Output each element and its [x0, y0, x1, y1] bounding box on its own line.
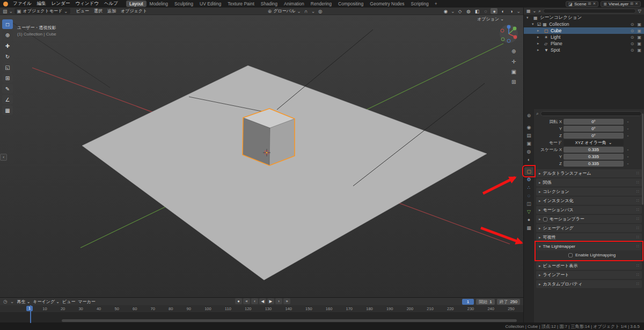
expand-chevron-icon[interactable]: ▸	[537, 28, 541, 33]
outliner-search-input[interactable]	[543, 9, 636, 13]
navigation-gizmo[interactable]	[499, 24, 519, 44]
search-icon[interactable]: ⌕	[538, 9, 540, 14]
workspace-tab[interactable]: UV Editing	[196, 1, 224, 7]
tab-object[interactable]: ▢	[524, 167, 533, 175]
tab-tool[interactable]: ⊛	[524, 111, 533, 119]
panel-checkbox[interactable]	[543, 217, 547, 221]
tab-texture[interactable]: ▦	[524, 224, 533, 232]
lightmapper-panel-header[interactable]: ▾ The Lightmapper ∷	[536, 242, 642, 250]
chevron-down-icon[interactable]: ⌄	[297, 9, 301, 14]
jump-to-end-button[interactable]: »	[283, 298, 290, 304]
drag-handle-icon[interactable]: ∷	[636, 263, 639, 268]
panel-header[interactable]: ▸ ビューポート表示 ∷	[536, 262, 642, 270]
drag-handle-icon[interactable]: ∷	[636, 217, 639, 221]
expand-chevron-icon[interactable]: ▾	[526, 16, 530, 20]
pan-icon[interactable]: ✛	[511, 59, 516, 64]
new-scene-button[interactable]: ⊞	[588, 2, 591, 6]
keying-menu[interactable]: キーイング ⌄	[33, 299, 60, 305]
tab-output[interactable]: ▤	[524, 131, 533, 139]
menu-item[interactable]: ヘルプ	[101, 1, 121, 7]
viewport-canvas[interactable]: ユーザー・透視投影 (1) Collection | Cube オプション ⌄ …	[0, 15, 523, 297]
drag-handle-icon[interactable]: ∷	[636, 226, 639, 231]
tab-world[interactable]: ◐	[524, 155, 533, 163]
lock-icon[interactable]: ▫	[625, 155, 631, 159]
workspace-tab[interactable]: Layout	[126, 1, 147, 7]
panel-header[interactable]: ▸ 関係 ∷	[536, 178, 642, 186]
frame-start-field[interactable]: 開始 1	[476, 299, 494, 305]
hide-in-viewport-eye-icon[interactable]: ⊙	[631, 22, 634, 27]
disable-in-render-icon[interactable]: ▣	[637, 28, 641, 33]
tab-material[interactable]: ●	[524, 216, 533, 224]
remove-viewlayer-button[interactable]: ✕	[635, 2, 638, 6]
drag-handle-icon[interactable]: ∷	[636, 189, 639, 194]
outliner-row-scene-collection[interactable]: ▾ ▦ シーンコレクション ⊙ ▣	[524, 15, 644, 21]
panel-header[interactable]: ▸ モーションブラー ∷	[536, 215, 642, 223]
shading-options-chevron-icon[interactable]: ⌄	[516, 9, 521, 14]
jump-to-start-button[interactable]: «	[243, 298, 250, 304]
blender-logo-icon[interactable]	[3, 2, 8, 6]
panel-header[interactable]: ▸ コレクション ∷	[536, 188, 642, 196]
scale-y-field[interactable]: 0.335	[564, 154, 624, 160]
tab-render[interactable]: ◉	[524, 123, 533, 131]
disable-in-render-icon[interactable]: ▣	[637, 35, 641, 40]
tool-move[interactable]: ✚	[2, 41, 13, 51]
timeline-scrollbar[interactable]	[62, 319, 517, 322]
workspace-tab[interactable]: Sculpting	[171, 1, 196, 7]
outliner-row-collection[interactable]: ▾ ☑ ▦ Collection ⊙ ▣	[524, 21, 644, 27]
lock-icon[interactable]: ▫	[625, 134, 631, 138]
drag-handle-icon[interactable]: ∷	[636, 207, 639, 212]
outliner-row-plane[interactable]: ▸ ▱ Plane ⊙ ▣	[524, 40, 644, 47]
panel-header[interactable]: ▸ カスタムプロパティ ∷	[536, 280, 642, 288]
disable-in-render-icon[interactable]: ▣	[637, 41, 641, 46]
lock-icon[interactable]: ▫	[625, 148, 631, 152]
next-keyframe-button[interactable]: ›	[275, 298, 282, 304]
filter-funnel-icon[interactable]: ▽	[638, 9, 641, 13]
expand-chevron-icon[interactable]: ▸	[537, 35, 541, 39]
play-button[interactable]: ▶	[267, 298, 274, 304]
shading-rendered-icon[interactable]: ◑	[508, 8, 515, 14]
tool-annotate[interactable]: ✎	[2, 84, 13, 94]
drag-handle-icon[interactable]: ∷	[636, 244, 639, 249]
panel-header[interactable]: ▸ 可視性 ∷	[536, 233, 642, 241]
viewport-menu-item[interactable]: ビュー	[74, 8, 91, 14]
panel-header[interactable]: ▸ ラインアート ∷	[536, 271, 642, 279]
collection-checkbox[interactable]: ☑	[537, 22, 541, 27]
mode-selector[interactable]: ▣ オブジェクトモード ⌄	[14, 8, 70, 14]
editor-type-icon[interactable]: ▦	[526, 9, 531, 13]
tool-rotate[interactable]: ↻	[2, 52, 13, 61]
workspace-tab[interactable]: Rendering	[308, 1, 335, 7]
panel-header[interactable]: ▸ シェーディング ∷	[536, 224, 642, 232]
drag-handle-icon[interactable]: ∷	[636, 282, 639, 286]
search-icon[interactable]: ⌕	[536, 111, 539, 117]
object-visibility-icon[interactable]: ◉	[442, 8, 449, 14]
tool-scale[interactable]: ◱	[2, 62, 13, 72]
hide-in-viewport-eye-icon[interactable]: ⊙	[631, 41, 634, 46]
frame-end-field[interactable]: 終了 250	[497, 299, 520, 305]
drag-handle-icon[interactable]: ∷	[636, 272, 639, 277]
menu-item[interactable]: 編集	[34, 1, 49, 7]
lock-icon[interactable]: ▫	[625, 127, 631, 131]
proportional-edit-icon[interactable]: ◎	[317, 8, 324, 14]
xray-toggle-icon[interactable]: ◧	[473, 8, 480, 14]
drag-handle-icon[interactable]: ∷	[636, 180, 639, 185]
rotation-z-field[interactable]: 0°	[564, 133, 624, 139]
lock-icon[interactable]: ▫	[625, 162, 631, 166]
shading-wireframe-icon[interactable]: ◌	[482, 8, 489, 14]
workspace-tab[interactable]: Scripting	[408, 1, 432, 7]
tab-particles[interactable]: ∴	[524, 183, 533, 191]
camera-view-icon[interactable]: ▣	[511, 69, 516, 75]
tab-view-layer[interactable]: ▣	[524, 139, 533, 147]
menu-item[interactable]: ファイル	[10, 1, 34, 7]
tab-scene[interactable]: ◍	[524, 147, 533, 155]
menu-item[interactable]: レンダー	[49, 1, 73, 7]
outliner-row-light[interactable]: ▸ ☀ Light ⊙ ▣	[524, 34, 644, 40]
workspace-tab[interactable]: Shading	[258, 1, 281, 7]
timeline-track-area[interactable]	[0, 313, 523, 323]
rotation-x-field[interactable]: 0°	[564, 119, 624, 125]
sidebar-pull-tab[interactable]: ‹	[0, 154, 7, 161]
editor-type-chevron-icon[interactable]: ⌄	[533, 9, 537, 13]
workspace-tab[interactable]: Texture Paint	[224, 1, 258, 7]
workspace-tab[interactable]: Compositing	[335, 1, 367, 7]
playhead-frame-label[interactable]: 1	[26, 306, 33, 311]
outliner-row-spot[interactable]: ▸ ▼ Spot ⊙ ▣	[524, 47, 644, 53]
